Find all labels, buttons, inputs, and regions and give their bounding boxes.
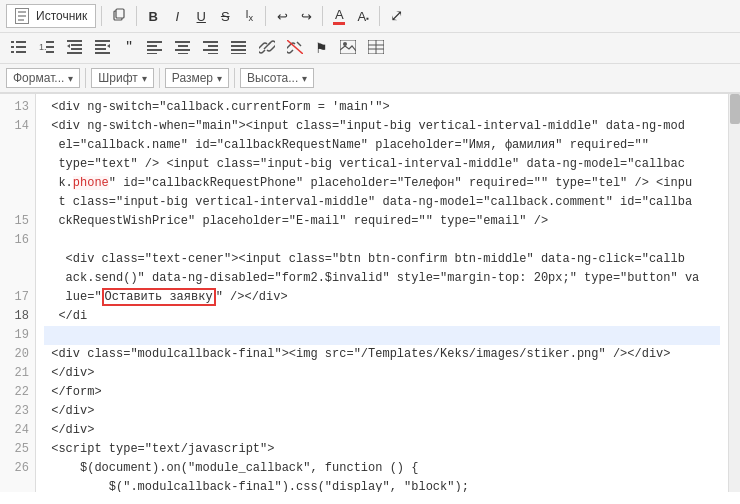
svg-line-40 (287, 40, 303, 54)
subscript-button[interactable]: Ix (238, 6, 260, 26)
svg-rect-13 (71, 44, 82, 46)
code-line-26: $(".modulcallback-final").css("display",… (44, 478, 720, 492)
line-number: 19 (0, 326, 35, 345)
bg-color-button[interactable]: A▪ (352, 7, 374, 26)
size-dropdown[interactable]: Размер (165, 68, 229, 88)
blockquote-button[interactable]: " (118, 37, 140, 59)
indent-right-button[interactable] (90, 37, 116, 59)
svg-rect-18 (95, 44, 106, 46)
toolbar-row1: Источник B I U S Ix ↩ ↪ A A▪ ⤢ (0, 0, 740, 33)
svg-rect-3 (16, 41, 26, 43)
toolbar: Источник B I U S Ix ↩ ↪ A A▪ ⤢ 1. (0, 0, 740, 94)
source-button[interactable]: Источник (6, 4, 96, 28)
indent-left-button[interactable] (62, 37, 88, 59)
height-dropdown[interactable]: Высота... (240, 68, 314, 88)
svg-rect-28 (175, 49, 190, 51)
code-line-17: </di (44, 307, 720, 326)
svg-marker-16 (67, 44, 70, 48)
line-numbers: 13 14 15 16 17 18 19 20 21 22 23 24 25 2… (0, 94, 36, 492)
font-color-button[interactable]: A (328, 5, 350, 28)
svg-text:1.: 1. (39, 42, 47, 52)
svg-rect-7 (16, 51, 26, 53)
svg-rect-33 (208, 53, 218, 54)
image-button[interactable] (335, 37, 361, 59)
table-button[interactable] (363, 37, 389, 59)
strikethrough-button[interactable]: S (214, 7, 236, 26)
code-line-18 (44, 326, 720, 345)
svg-rect-41 (340, 40, 356, 54)
svg-rect-1 (116, 9, 124, 18)
link-button[interactable] (254, 37, 280, 59)
svg-rect-26 (175, 41, 190, 43)
list-unordered-button[interactable] (6, 37, 32, 59)
svg-rect-31 (208, 45, 218, 47)
code-line-22: </div> (44, 402, 720, 421)
svg-rect-23 (147, 45, 157, 47)
code-line-19: <div class="modulcallback-final"><img sr… (44, 345, 720, 364)
italic-button[interactable]: I (166, 7, 188, 26)
svg-rect-19 (95, 48, 106, 50)
svg-rect-20 (95, 52, 110, 54)
svg-rect-32 (203, 49, 218, 51)
underline-button[interactable]: U (190, 7, 212, 26)
redo-button[interactable]: ↪ (295, 7, 317, 26)
align-center-button[interactable] (170, 37, 196, 59)
code-line-15 (44, 231, 720, 250)
line-number: 26 (0, 459, 35, 478)
flag-button[interactable]: ⚑ (310, 38, 333, 58)
line-number: 23 (0, 402, 35, 421)
code-line-23: </div> (44, 421, 720, 440)
code-line-16: <div class="text-cener"><input class="bt… (44, 250, 720, 307)
align-right-button[interactable] (198, 37, 224, 59)
svg-rect-22 (147, 41, 162, 43)
svg-rect-12 (67, 40, 82, 42)
separator (379, 6, 380, 26)
align-justify-button[interactable] (226, 37, 252, 59)
undo-button[interactable]: ↩ (271, 7, 293, 26)
separator (101, 6, 102, 26)
unlink-button[interactable] (282, 37, 308, 59)
code-line-25: $(document).on("module_callback", functi… (44, 459, 720, 478)
svg-rect-15 (67, 52, 82, 54)
svg-rect-27 (178, 45, 188, 47)
svg-marker-21 (107, 44, 110, 48)
line-number: 14 (0, 117, 35, 136)
svg-rect-6 (11, 51, 14, 53)
code-editor[interactable]: <div ng-switch="callback.currentForm = '… (36, 94, 728, 492)
svg-rect-11 (46, 51, 54, 53)
code-line-20: </div> (44, 364, 720, 383)
line-number: 20 (0, 345, 35, 364)
format-dropdown[interactable]: Формат... (6, 68, 80, 88)
line-number: 21 (0, 364, 35, 383)
svg-rect-36 (231, 49, 246, 51)
svg-rect-37 (231, 53, 246, 54)
editor-area: 13 14 15 16 17 18 19 20 21 22 23 24 25 2… (0, 94, 740, 492)
toolbar-row2: 1. " ⚑ (0, 33, 740, 64)
line-number: 17 (0, 288, 35, 307)
code-line-14: <div ng-switch-when="main"><input class=… (44, 117, 720, 231)
code-line-13: <div ng-switch="callback.currentForm = '… (44, 98, 720, 117)
separator (322, 6, 323, 26)
line-number: 16 (0, 231, 35, 250)
svg-rect-17 (95, 40, 110, 42)
svg-rect-2 (11, 41, 14, 43)
scrollbar[interactable] (728, 94, 740, 492)
line-number: 15 (0, 212, 35, 231)
code-line-21: </form> (44, 383, 720, 402)
svg-rect-29 (178, 53, 188, 54)
svg-rect-10 (46, 46, 54, 48)
svg-line-39 (297, 42, 301, 46)
line-number: 25 (0, 440, 35, 459)
toolbar-row3: Формат... Шрифт Размер Высота... (0, 64, 740, 93)
line-number: 24 (0, 421, 35, 440)
align-left-button[interactable] (142, 37, 168, 59)
line-number: 18 (0, 307, 35, 326)
line-number: 22 (0, 383, 35, 402)
copy-button[interactable] (107, 5, 131, 27)
font-dropdown[interactable]: Шрифт (91, 68, 153, 88)
svg-rect-34 (231, 41, 246, 43)
list-ordered-button[interactable]: 1. (34, 37, 60, 59)
scroll-thumb[interactable] (730, 94, 740, 124)
bold-button[interactable]: B (142, 7, 164, 26)
fullscreen-button[interactable]: ⤢ (385, 5, 408, 27)
